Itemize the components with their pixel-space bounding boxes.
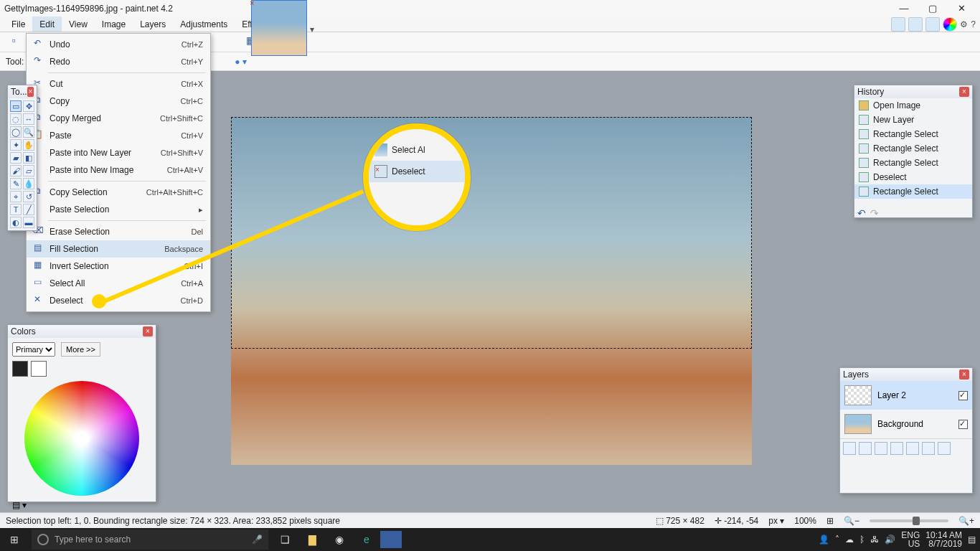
gradient-tool[interactable]: ◧ xyxy=(23,152,34,164)
history-redo-icon[interactable]: ↷ xyxy=(870,207,879,219)
colors-close-icon[interactable]: × xyxy=(143,326,153,336)
shapes-tool[interactable]: ◐ xyxy=(10,217,22,228)
edit-menu-redo[interactable]: ↷RedoCtrl+Y xyxy=(27,53,210,70)
mic-icon[interactable]: 🎤 xyxy=(252,534,263,545)
zoom-out-icon[interactable]: 🔍− xyxy=(844,516,859,526)
history-undo-icon[interactable]: ↶ xyxy=(857,207,866,219)
edit-menu-select-all[interactable]: ▭Select AllCtrl+A xyxy=(27,275,210,292)
menu-adjustments[interactable]: Adjustments xyxy=(173,17,235,32)
shapes2-tool[interactable]: ▬ xyxy=(23,217,34,228)
close-button[interactable]: ✕ xyxy=(947,0,976,17)
task-view-icon[interactable]: ❏ xyxy=(271,528,298,551)
edit-menu-copy-selection[interactable]: ⧉Copy SelectionCtrl+Alt+Shift+C xyxy=(27,184,210,201)
util-history-icon[interactable] xyxy=(908,17,923,32)
people-icon[interactable]: 👤 xyxy=(819,534,829,545)
menu-image[interactable]: Image xyxy=(95,17,133,32)
edit-menu-erase-selection[interactable]: ⌫Erase SelectionDel xyxy=(27,223,210,240)
history-item[interactable]: Rectangle Select xyxy=(854,141,972,156)
edit-menu-fill-selection[interactable]: ▤Fill SelectionBackspace xyxy=(27,240,210,258)
help-icon[interactable]: ? xyxy=(971,19,976,29)
layer-duplicate-icon[interactable] xyxy=(875,442,887,455)
edit-menu-undo[interactable]: ↶UndoCtrl+Z xyxy=(27,36,210,53)
lasso-tool[interactable]: ◌ xyxy=(10,113,22,125)
layer-down-icon[interactable] xyxy=(922,442,935,455)
fit-window-icon[interactable]: ⊞ xyxy=(826,516,834,526)
menu-view[interactable]: View xyxy=(62,17,95,32)
ellipse-select-tool[interactable]: ◯ xyxy=(10,126,22,138)
color-wheel[interactable] xyxy=(24,381,139,496)
layers-panel[interactable]: Layers× Layer 2Background xyxy=(839,367,973,494)
menu-layers[interactable]: Layers xyxy=(133,17,173,32)
tray-up-icon[interactable]: ˄ xyxy=(835,534,839,545)
history-item[interactable]: Rectangle Select xyxy=(854,127,972,141)
magic-wand-tool[interactable]: ✦ xyxy=(10,139,22,151)
layer-row[interactable]: Background xyxy=(840,410,972,438)
pan-tool[interactable]: ✋ xyxy=(23,139,34,151)
clock[interactable]: 10:14 AM8/7/2019 xyxy=(925,531,962,548)
history-item[interactable]: Open Image xyxy=(854,98,972,113)
menu-edit[interactable]: Edit xyxy=(32,17,62,32)
history-item[interactable]: Rectangle Select xyxy=(854,184,972,199)
layer-delete-icon[interactable] xyxy=(859,442,872,455)
thumb-close-icon[interactable]: × xyxy=(250,0,258,7)
menu-file[interactable]: File xyxy=(4,17,32,32)
bluetooth-icon[interactable]: ᛒ xyxy=(859,534,864,545)
network-icon[interactable]: 🖧 xyxy=(870,534,879,545)
minimize-button[interactable]: — xyxy=(890,0,918,17)
palette-menu-icon[interactable]: ▤ ▾ xyxy=(12,500,27,510)
tools-close-icon[interactable]: × xyxy=(27,87,34,97)
notifications-icon[interactable]: ▤ xyxy=(968,534,976,545)
pencil-tool[interactable]: ✎ xyxy=(10,178,22,189)
zoom-slider[interactable] xyxy=(870,519,948,522)
language-indicator[interactable]: ENGUS xyxy=(901,531,920,548)
layer-up-icon[interactable] xyxy=(906,442,919,455)
history-item[interactable]: Rectangle Select xyxy=(854,156,972,170)
maximize-button[interactable]: ▢ xyxy=(918,0,947,17)
primary-swatch[interactable] xyxy=(12,361,28,377)
layer-props-icon[interactable] xyxy=(938,442,951,455)
brush-tool[interactable]: 🖌 xyxy=(10,165,22,176)
history-close-icon[interactable]: × xyxy=(959,87,969,97)
layer-row[interactable]: Layer 2 xyxy=(840,381,972,410)
edit-menu-copy-merged[interactable]: ⧉Copy MergedCtrl+Shift+C xyxy=(27,110,210,127)
start-button[interactable]: ⊞ xyxy=(0,534,29,545)
clone-tool[interactable]: ⌖ xyxy=(10,191,22,202)
onedrive-icon[interactable]: ☁ xyxy=(845,534,854,545)
new-file-icon[interactable]: ▫ xyxy=(6,34,22,50)
document-thumb-1[interactable]: × xyxy=(251,0,307,56)
history-panel[interactable]: History× Open ImageNew LayerRectangle Se… xyxy=(854,85,973,218)
color-mode-select[interactable]: Primary xyxy=(12,342,55,357)
settings-icon[interactable]: ⚙ xyxy=(960,19,968,29)
util-layers-icon[interactable] xyxy=(925,17,940,32)
shape-picker-icon[interactable]: ● ▾ xyxy=(235,57,247,67)
status-unit[interactable]: px ▾ xyxy=(768,516,784,526)
colors-panel[interactable]: Colors× Primary More >> ▤ ▾ xyxy=(7,324,156,502)
util-colors-icon[interactable] xyxy=(943,17,957,32)
edge-icon[interactable]: e xyxy=(353,528,380,551)
edit-menu-paste-selection[interactable]: Paste Selection▸ xyxy=(27,201,210,218)
zoom-tool[interactable]: 🔍 xyxy=(23,126,34,138)
colors-more-button[interactable]: More >> xyxy=(61,342,100,357)
chrome-icon[interactable]: ◉ xyxy=(326,528,353,551)
edit-menu-paste-into-new-image[interactable]: Paste into New ImageCtrl+Alt+V xyxy=(27,161,210,179)
taskbar-search[interactable]: Type here to search 🎤 xyxy=(32,529,268,550)
edit-menu-cut[interactable]: ✂CutCtrl+X xyxy=(27,75,210,93)
layer-merge-icon[interactable] xyxy=(890,442,903,455)
layer-visible-checkbox[interactable] xyxy=(958,420,968,429)
paint-bucket-tool[interactable]: ▰ xyxy=(10,152,22,164)
secondary-swatch[interactable] xyxy=(31,361,47,377)
edit-menu-paste-into-new-layer[interactable]: Paste into New LayerCtrl+Shift+V xyxy=(27,144,210,161)
tools-panel[interactable]: To...× ▭✥ ◌↔ ◯🔍 ✦✋ ▰◧ 🖌▱ ✎💧 ⌖↺ T╱ ◐▬ xyxy=(7,85,37,231)
paintnet-taskbar-icon[interactable] xyxy=(380,531,402,548)
text-tool[interactable]: T xyxy=(10,204,22,215)
move-tool[interactable]: ✥ xyxy=(23,100,34,112)
eraser-tool[interactable]: ▱ xyxy=(23,165,34,176)
history-item[interactable]: Deselect xyxy=(854,170,972,184)
explorer-icon[interactable]: ▇ xyxy=(298,528,326,551)
util-ruler-icon[interactable] xyxy=(891,17,905,32)
layer-visible-checkbox[interactable] xyxy=(958,391,968,400)
edit-menu-copy[interactable]: ⧉CopyCtrl+C xyxy=(27,93,210,110)
history-item[interactable]: New Layer xyxy=(854,113,972,127)
edit-menu-paste[interactable]: 📋PasteCtrl+V xyxy=(27,127,210,144)
line-tool[interactable]: ╱ xyxy=(23,204,34,215)
